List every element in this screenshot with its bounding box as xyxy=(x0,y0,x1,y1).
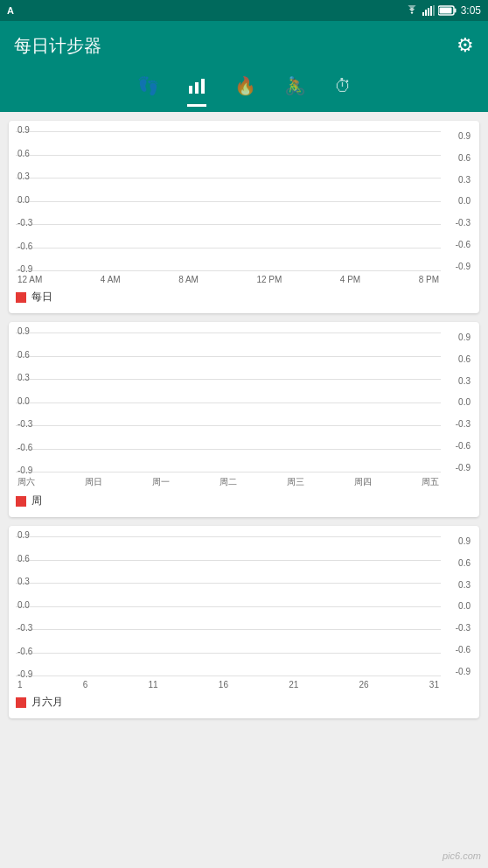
legend-label-weekly: 周 xyxy=(31,494,42,508)
app-title: 每日计步器 xyxy=(14,34,101,58)
y-axis-right-monthly: 0.9 0.6 0.3 0.0 -0.3 -0.6 -0.9 xyxy=(441,536,472,676)
fire-icon: 🔥 xyxy=(234,77,256,94)
legend-color-weekly xyxy=(16,496,26,507)
grid-line: -0.3 xyxy=(16,425,441,426)
tab-chart[interactable] xyxy=(187,77,206,107)
chart-icon xyxy=(187,77,206,99)
content-area: 0.9 0.6 0.3 0.0 -0.3 -0.6 -0.9 0.9 0.6 0… xyxy=(0,112,488,868)
svg-rect-0 xyxy=(422,12,424,16)
wifi-icon xyxy=(405,5,419,16)
settings-button[interactable]: ⚙ xyxy=(457,34,474,57)
battery-icon xyxy=(438,5,457,16)
grid-line: -0.6 xyxy=(16,449,441,450)
svg-rect-3 xyxy=(430,6,432,16)
legend-label-monthly: 月六月 xyxy=(31,695,63,710)
status-time: 3:05 xyxy=(461,4,481,17)
legend-color-daily xyxy=(16,292,26,303)
timer-icon: ⏱ xyxy=(334,77,352,94)
svg-rect-8 xyxy=(189,86,192,94)
x-axis-weekly: 周六 周日 周一 周二 周三 周四 周五 xyxy=(16,476,441,488)
grid-line: 0.0 xyxy=(16,402,441,403)
grid-line: 0.6 xyxy=(16,560,441,561)
grid-line: 0.3 xyxy=(16,178,441,178)
steps-icon: 👣 xyxy=(137,77,159,94)
watermark: pic6.com xyxy=(443,850,481,861)
grid-line: -0.6 xyxy=(16,248,441,248)
bike-icon: 🚴 xyxy=(284,77,306,94)
app-bar: 每日计步器 ⚙ xyxy=(0,21,488,70)
grid-line: -0.9 xyxy=(16,270,441,271)
chart-daily-area: 0.9 0.6 0.3 0.0 -0.3 -0.6 -0.9 xyxy=(16,131,441,271)
legend-color-monthly xyxy=(16,697,26,708)
grid-line: 0.6 xyxy=(16,155,441,156)
svg-rect-2 xyxy=(428,8,429,16)
grid-line: 0.6 xyxy=(16,356,441,357)
y-axis-right-daily: 0.9 0.6 0.3 0.0 -0.3 -0.6 -0.9 xyxy=(441,131,472,271)
grid-line: -0.9 xyxy=(16,676,441,676)
status-right-icons: 3:05 xyxy=(405,4,481,17)
grid-line: 0.0 xyxy=(16,606,441,607)
grid-line: 0.3 xyxy=(16,583,441,584)
grid-line: -0.3 xyxy=(16,629,441,630)
svg-rect-1 xyxy=(425,10,427,16)
grid-line: -0.3 xyxy=(16,224,441,225)
legend-monthly: 月六月 xyxy=(16,695,472,710)
legend-daily: 每日 xyxy=(16,290,472,304)
grid-line: 0.3 xyxy=(16,379,441,380)
svg-rect-6 xyxy=(454,9,456,13)
grid-line: 0.9 xyxy=(16,131,441,132)
legend-weekly: 周 xyxy=(16,494,472,508)
legend-label-daily: 每日 xyxy=(31,290,52,304)
chart-card-weekly: 0.9 0.6 0.3 0.0 -0.3 -0.6 -0.9 0.9 0.6 0… xyxy=(9,322,479,517)
x-axis-monthly: 1 6 11 16 21 26 31 xyxy=(16,680,441,690)
status-bar: A 3:05 xyxy=(0,0,488,21)
tab-timer[interactable]: ⏱ xyxy=(334,77,352,102)
chart-card-monthly: 0.9 0.6 0.3 0.0 -0.3 -0.6 -0.9 0.9 0.6 0… xyxy=(9,526,479,718)
y-axis-right-weekly: 0.9 0.6 0.3 0.0 -0.3 -0.6 -0.9 xyxy=(441,332,472,472)
svg-rect-9 xyxy=(195,82,199,94)
chart-weekly-area: 0.9 0.6 0.3 0.0 -0.3 -0.6 -0.9 xyxy=(16,332,441,472)
chart-monthly-area: 0.9 0.6 0.3 0.0 -0.3 -0.6 -0.9 xyxy=(16,536,441,676)
chart-card-daily: 0.9 0.6 0.3 0.0 -0.3 -0.6 -0.9 0.9 0.6 0… xyxy=(9,121,479,313)
svg-rect-4 xyxy=(433,5,435,16)
tab-steps[interactable]: 👣 xyxy=(137,77,159,102)
grid-line: -0.9 xyxy=(16,472,441,472)
tab-bar: 👣 🔥 🚴 ⏱ xyxy=(0,70,488,112)
grid-line: 0.0 xyxy=(16,201,441,202)
tab-bike[interactable]: 🚴 xyxy=(284,77,306,102)
grid-line: -0.6 xyxy=(16,653,441,654)
grid-line: 0.9 xyxy=(16,332,441,333)
status-app-label: A xyxy=(7,5,14,16)
grid-line: 0.9 xyxy=(16,536,441,537)
svg-rect-7 xyxy=(439,8,451,14)
signal-icon xyxy=(422,5,435,16)
x-axis-daily: 12 AM 4 AM 8 AM 12 PM 4 PM 8 PM xyxy=(16,275,441,284)
tab-calories[interactable]: 🔥 xyxy=(234,77,256,102)
svg-rect-10 xyxy=(201,79,205,94)
